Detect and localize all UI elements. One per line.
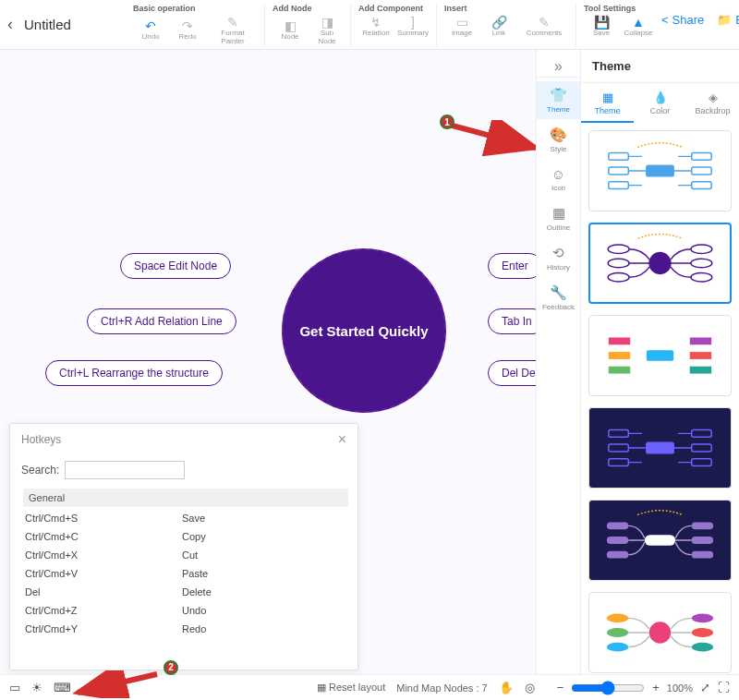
theme-tab-backdrop[interactable]: ◈Backdrop [686, 83, 739, 123]
drop-icon: 💧 [634, 91, 686, 104]
svg-rect-22 [690, 367, 711, 374]
hotkey-action: Redo [182, 623, 346, 634]
fullscreen-icon[interactable]: ⛶ [718, 681, 730, 694]
comments-icon: ✎ [536, 15, 552, 30]
theme-tab-color[interactable]: 💧Color [634, 83, 686, 123]
svg-rect-6 [692, 152, 712, 160]
theme-panel: Theme ▦Theme 💧Color ◈Backdrop [580, 50, 739, 674]
side-tab-history[interactable]: ⟲History [537, 239, 580, 277]
node-button[interactable]: ◧Node [273, 15, 308, 46]
svg-rect-28 [692, 444, 712, 452]
svg-point-10 [608, 245, 629, 254]
svg-rect-5 [609, 182, 629, 189]
leaf-node[interactable]: Enter [488, 253, 536, 279]
search-input[interactable] [65, 461, 185, 479]
theme-card[interactable] [588, 592, 732, 673]
leaf-node[interactable]: Tab In [488, 308, 536, 334]
group-add-node: Add Node ◧Node ◨Sub Node [267, 4, 351, 46]
redo-button[interactable]: ↷Redo [170, 15, 205, 46]
export-button[interactable]: 📁Export [717, 13, 739, 27]
hotkeys-panel: Hotkeys × Search: General Ctrl/Cmd+SSave… [9, 423, 358, 670]
side-tab-theme[interactable]: 👕Theme [537, 81, 580, 119]
hotkeys-title: Hotkeys [21, 433, 61, 446]
svg-rect-29 [692, 459, 712, 466]
save-icon: 💾 [593, 15, 610, 30]
svg-point-41 [692, 613, 713, 622]
mindmap-canvas[interactable]: Get Started Quickly Space Edit Node Ctrl… [0, 50, 536, 674]
svg-rect-31 [607, 522, 628, 529]
svg-rect-24 [609, 429, 629, 437]
side-tab-icon[interactable]: ☺Icon [537, 161, 580, 198]
shirt-icon: 👕 [550, 87, 567, 103]
wrench-icon: 🔧 [550, 284, 567, 301]
svg-point-39 [607, 628, 628, 637]
relation-button[interactable]: ↯Relation [358, 15, 394, 38]
reset-layout-button[interactable]: ▦ Reset layout [317, 682, 385, 694]
back-icon[interactable]: ‹ [7, 15, 13, 34]
hotkey-action: Copy [182, 531, 346, 542]
leaf-node[interactable]: Space Edit Node [120, 253, 231, 279]
zoom-value: 100% [667, 682, 693, 694]
theme-tab-theme[interactable]: ▦Theme [581, 83, 634, 123]
svg-point-15 [691, 273, 712, 283]
summary-button[interactable]: ]Summary [395, 15, 430, 38]
side-tab-feedback[interactable]: 🔧Feedback [537, 279, 580, 317]
share-button[interactable]: <Share [661, 13, 704, 27]
theme-card[interactable] [588, 223, 732, 304]
theme-card[interactable] [588, 130, 732, 211]
image-button[interactable]: ▭Image [444, 15, 479, 38]
search-label: Search: [21, 464, 59, 477]
group-insert: Insert ▭Image 🔗Link ✎Comments [439, 4, 576, 46]
svg-line-1 [445, 124, 536, 148]
minimap-icon[interactable]: ▭ [9, 681, 20, 694]
hotkey-action: Delete [182, 586, 346, 597]
theme-card[interactable] [588, 407, 732, 489]
collapse-button[interactable]: ▲Collapse [621, 15, 656, 38]
history-icon: ⟲ [552, 245, 564, 261]
diamond-icon: ◈ [686, 91, 739, 104]
leaf-node[interactable]: Del De [488, 360, 536, 386]
grid-icon: ▦ [581, 91, 634, 104]
sub-node-button[interactable]: ◨Sub Node [309, 15, 345, 46]
zoom-slider[interactable] [571, 681, 645, 695]
leaf-node[interactable]: Ctrl+R Add Relation Line [87, 308, 236, 334]
center-node[interactable]: Get Started Quickly [282, 248, 446, 413]
svg-rect-21 [690, 352, 711, 359]
save-button[interactable]: 💾Save [584, 15, 619, 38]
hotkey-action: Undo [182, 605, 346, 616]
svg-rect-16 [647, 350, 673, 361]
comments-button[interactable]: ✎Comments [518, 15, 570, 38]
brightness-icon[interactable]: ☀ [31, 681, 42, 694]
fit-icon[interactable]: ⤢ [700, 681, 710, 694]
theme-gallery[interactable] [581, 123, 739, 674]
theme-card[interactable] [588, 315, 732, 396]
svg-point-40 [607, 643, 628, 652]
close-icon[interactable]: × [338, 431, 346, 448]
theme-card[interactable] [588, 500, 732, 581]
callout-marker-1: 1 [440, 115, 454, 129]
palette-icon: 🎨 [550, 127, 567, 143]
side-tab-outline[interactable]: ▦Outline [537, 199, 580, 237]
target-icon[interactable]: ◎ [525, 681, 535, 694]
side-tab-style[interactable]: 🎨Style [537, 121, 580, 159]
zoom-out-button[interactable]: − [557, 681, 564, 694]
group-label: Add Component [358, 4, 430, 13]
zoom-in-button[interactable]: + [652, 681, 660, 694]
subnode-icon: ◨ [319, 15, 335, 30]
hotkey-action: Paste [182, 568, 346, 579]
document-title[interactable]: Untitled [24, 17, 71, 32]
hand-icon[interactable]: ✋ [499, 681, 514, 694]
hotkeys-list[interactable]: General Ctrl/Cmd+SSaveCtrl/Cmd+CCopyCtrl… [10, 489, 357, 670]
group-label: Add Node [273, 4, 345, 13]
leaf-node[interactable]: Ctrl+L Rearrange the structure [45, 360, 223, 386]
node-icon: ◧ [282, 18, 298, 33]
format-painter-button[interactable]: ✎Format Painter [207, 15, 259, 46]
svg-rect-34 [692, 522, 713, 529]
panel-collapse-button[interactable]: » [537, 55, 580, 78]
image-icon: ▭ [454, 15, 470, 30]
smile-icon: ☺ [551, 166, 565, 182]
link-button[interactable]: 🔗Link [481, 15, 516, 38]
svg-line-45 [78, 674, 157, 693]
undo-button[interactable]: ↶Undo [133, 15, 168, 46]
keyboard-icon[interactable]: ⌨ [54, 681, 71, 694]
